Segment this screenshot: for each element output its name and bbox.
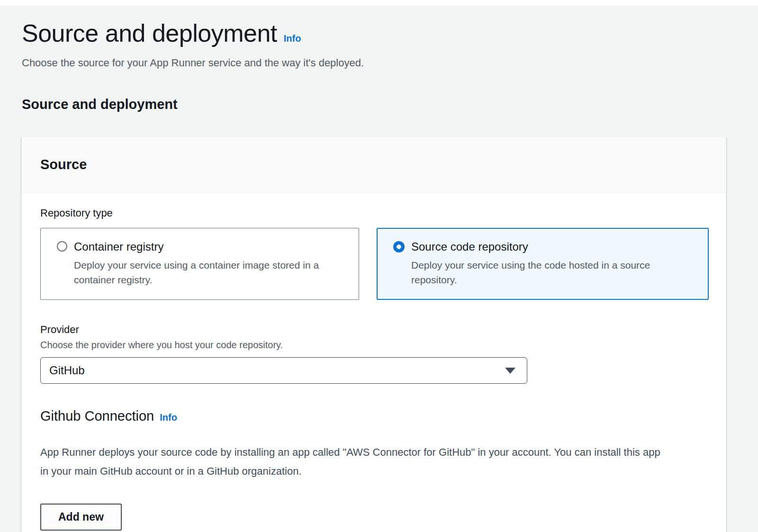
provider-field: Provider Choose the provider where you h… xyxy=(40,324,707,384)
add-new-button[interactable]: Add new xyxy=(40,504,122,531)
section-heading: Source and deployment xyxy=(22,97,726,112)
github-connection-paragraph: App Runner deploys your source code by i… xyxy=(40,443,670,481)
source-card-title: Source xyxy=(40,157,707,172)
github-connection-info-link[interactable]: Info xyxy=(160,412,177,423)
content-area: Source and deploymentInfo Choose the sou… xyxy=(0,6,758,532)
page-subtitle: Choose the source for your App Runner se… xyxy=(22,56,726,70)
provider-select-value: GitHub xyxy=(49,364,85,377)
github-connection-heading: Github Connection xyxy=(40,408,154,424)
provider-select[interactable]: GitHub xyxy=(40,357,527,384)
provider-description: Choose the provider where you host your … xyxy=(40,340,707,351)
source-card-header: Source xyxy=(21,137,726,193)
tile-description: Deploy your service using the code hoste… xyxy=(411,258,677,287)
provider-label: Provider xyxy=(40,324,707,336)
tile-source-code-repository-text: Source code repository Deploy your servi… xyxy=(411,240,677,287)
source-card: Source Repository type Container registr… xyxy=(21,137,726,532)
page-title: Source and deployment xyxy=(22,19,277,47)
tile-source-code-repository[interactable]: Source code repository Deploy your servi… xyxy=(377,228,709,300)
tile-container-registry[interactable]: Container registry Deploy your service u… xyxy=(40,228,359,300)
repository-type-tiles: Container registry Deploy your service u… xyxy=(40,228,707,300)
github-connection-section: Github ConnectionInfo App Runner deploys… xyxy=(40,408,707,531)
tile-container-registry-text: Container registry Deploy your service u… xyxy=(74,240,339,287)
repository-type-label: Repository type xyxy=(40,207,707,219)
tile-title: Source code repository xyxy=(411,240,677,254)
radio-unselected-icon[interactable] xyxy=(57,241,67,252)
page-title-row: Source and deploymentInfo xyxy=(22,19,726,47)
tile-title: Container registry xyxy=(74,240,339,254)
github-connection-heading-row: Github ConnectionInfo xyxy=(40,408,707,424)
source-card-body: Repository type Container registry Deplo… xyxy=(21,193,726,532)
page-info-link[interactable]: Info xyxy=(284,33,301,44)
chevron-down-icon xyxy=(505,368,515,374)
tile-description: Deploy your service using a container im… xyxy=(74,258,339,287)
radio-selected-icon[interactable] xyxy=(393,241,405,252)
top-nav-edge xyxy=(0,0,758,6)
